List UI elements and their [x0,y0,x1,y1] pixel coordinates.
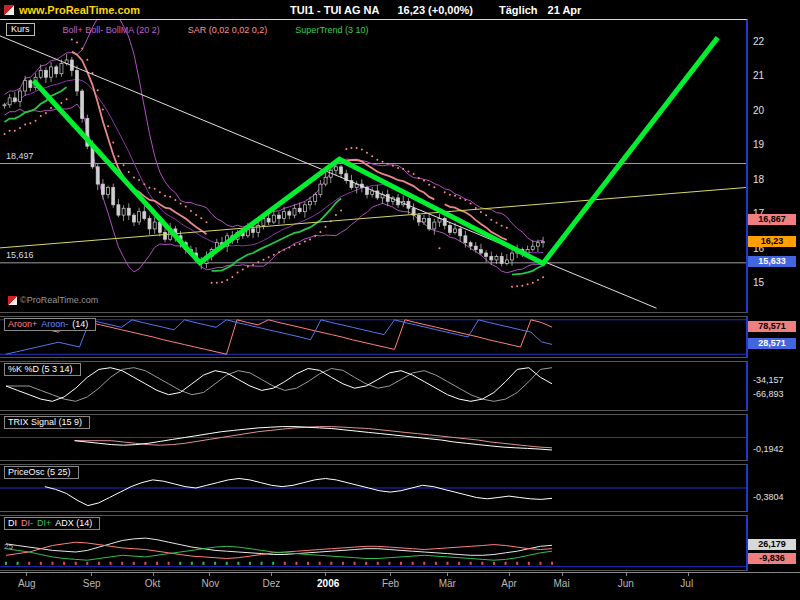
panel-title-part: TRIX Signal (15 9) [8,417,82,427]
panel-priceosc[interactable] [0,464,748,512]
month-tick [447,572,448,576]
panel-title-part: ADX (14) [55,518,92,528]
legend-sar[interactable]: SAR (0,02 0,02 0,2) [188,25,268,35]
indicator-tag: 26,179 [748,539,796,550]
month-tick [562,572,563,576]
panel-title-part: (14) [72,319,88,329]
watermark-text: ©ProRealTime.com [20,295,98,305]
trix-plot[interactable] [0,415,746,460]
date-label: 21 Apr [548,4,582,16]
panel-title-part: DI- [21,518,33,528]
panel-title-adx: DIDI-DI+ADX (14) [4,517,100,530]
panel-title-part: %K %D (5 3 14) [8,364,73,374]
panel-title-part: DI+ [37,518,51,528]
indicator-value-label: -34,157 [753,375,784,385]
month-label-2006: 2006 [317,578,339,589]
stochastic-plot[interactable] [0,362,746,410]
y-axis-tick-label: 19 [753,139,764,150]
indicator-tag: 28,571 [748,338,796,349]
month-tick [325,572,326,576]
y-axis-tick-label: 20 [753,105,764,116]
month-label-mai: Mai [554,578,570,589]
month-tick [509,572,510,576]
month-label-feb: Feb [382,578,399,589]
panel-title-stoch: %K %D (5 3 14) [4,363,81,376]
panel-adx[interactable]: 5025 [0,515,748,571]
chart-legend: Kurs Boll+ Boll- BollMA (20 2) SAR (0,02… [6,23,369,36]
prorealtime-window: www.ProRealTime.com TUI1 - TUI AG NA 16,… [0,0,800,600]
prorealtime-logo-icon [4,5,14,15]
price-tag-pink: 16,867 [748,214,796,225]
month-tick [209,572,210,576]
panel-title-part: PriceOsc (5 25) [8,467,71,477]
month-label-okt: Okt [145,578,161,589]
month-tick [91,572,92,576]
indicator-value-label: -66,893 [753,389,784,399]
y-axis-tick-label: 18 [753,174,764,185]
panel-title-part: DI [8,518,17,528]
month-label-jun: Jun [618,578,634,589]
timeframe-label[interactable]: Täglich [499,4,538,16]
header-bar: www.ProRealTime.com TUI1 - TUI AG NA 16,… [0,0,800,19]
prorealtime-icon [8,296,17,305]
watermark: ©ProRealTime.com [8,295,98,305]
month-tick [688,572,689,576]
priceosc-plot[interactable] [0,465,746,511]
month-tick [271,572,272,576]
candlestick-plot[interactable] [0,20,746,312]
price-tag-blue: 15,633 [748,256,796,267]
instrument-title: TUI1 - TUI AG NA [290,4,379,16]
panel-title-priceosc: PriceOsc (5 25) [4,466,79,479]
month-label-apr: Apr [501,578,517,589]
main-price-chart[interactable] [0,19,748,313]
panel-title-aroon: Aroon+Aroon-(14) [4,318,96,331]
month-tick [26,572,27,576]
panel-trix[interactable] [0,414,748,461]
indicator-tag: -9,836 [748,553,796,564]
panel-title-part: Aroon- [41,319,68,329]
month-label-mär: Mär [439,578,456,589]
aroon-plot[interactable] [0,317,746,357]
indicator-value-label: -0,1942 [753,444,784,454]
panel-title-trix: TRIX Signal (15 9) [4,416,90,429]
legend-bollinger[interactable]: Boll+ Boll- BollMA (20 2) [63,25,160,35]
month-label-nov: Nov [201,578,219,589]
panel-title-part: Aroon+ [8,319,37,329]
month-tick [153,572,154,576]
month-tick [390,572,391,576]
month-label-jul: Jul [680,578,693,589]
price-level-label: 15,616 [4,250,36,260]
month-label-aug: Aug [18,578,36,589]
brand-link[interactable]: www.ProRealTime.com [19,4,140,16]
y-axis-tick-label: 22 [753,36,764,47]
month-label-sep: Sep [83,578,101,589]
adx-plot[interactable]: 5025 [0,516,746,570]
panel-stochastic[interactable] [0,361,748,411]
indicator-value-label: -0,3804 [753,492,784,502]
last-price-quote: 16,23 (+0,00%) [397,4,473,16]
legend-supertrend[interactable]: SuperTrend (3 10) [295,25,368,35]
panel-aroon[interactable] [0,316,748,358]
price-tag-orange: 16,23 [748,236,796,247]
kurs-label[interactable]: Kurs [6,23,35,36]
month-tick [626,572,627,576]
y-axis-tick-label: 21 [753,70,764,81]
month-label-dez: Dez [263,578,281,589]
y-axis-tick-label: 15 [753,277,764,288]
price-level-label: 18,497 [4,151,36,161]
indicator-tag: 78,571 [748,321,796,332]
